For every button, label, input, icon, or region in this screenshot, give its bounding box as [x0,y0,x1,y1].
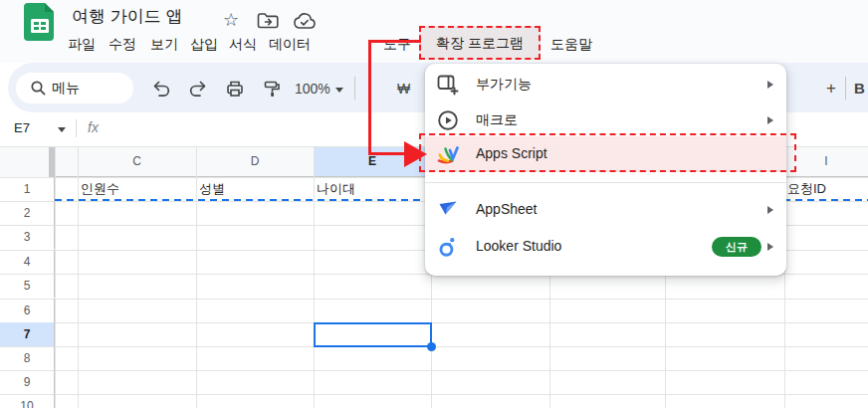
dropdown-item-looker-studio[interactable]: Looker Studio 신규 [425,229,786,265]
row-header-3[interactable]: 3 [0,225,55,249]
column-header-i[interactable]: I [784,147,868,176]
menu-extensions[interactable]: 확장 프로그램 [419,26,541,60]
annotation-apps-script-box [419,133,796,172]
star-icon[interactable]: ☆ [223,9,239,31]
sheets-logo-icon[interactable] [22,3,58,41]
menu-insert[interactable]: 삽입 [188,31,220,57]
submenu-arrow-icon [767,116,773,124]
dropdown-item-label: Looker Studio [476,238,561,254]
row-header-7[interactable]: 7 [0,322,55,346]
dropdown-item-label: AppSheet [476,201,538,217]
bold-button[interactable]: B [854,80,865,97]
redo-icon[interactable] [188,79,208,99]
row-header-10[interactable]: 10 [0,394,55,408]
dropdown-item-appsheet[interactable]: AppSheet [425,192,786,228]
search-icon [30,80,47,97]
submenu-arrow-icon [767,81,773,89]
column-header-c[interactable]: C [78,147,196,176]
menu-edit[interactable]: 수정 [107,31,138,57]
toolbar-divider-right [845,77,846,100]
add-button[interactable]: + [826,79,836,99]
gridline [78,147,79,408]
row-header-1[interactable]: 1 [0,177,55,201]
new-badge: 신규 [712,237,761,257]
cell-c1[interactable]: 인원수 [81,177,119,201]
annotation-line [368,40,371,155]
menu-format[interactable]: 서식 [227,31,259,57]
row-header-8[interactable]: 8 [0,346,55,370]
menu-tools[interactable]: 도구 [381,31,413,57]
gridline [0,299,868,300]
zoom-value[interactable]: 100% [295,81,330,97]
corner-edge [49,147,54,177]
formula-bar-divider [76,119,77,137]
fill-handle[interactable] [427,342,436,351]
macro-play-icon [437,109,461,131]
dropdown-item-addons[interactable]: 부가기능 [425,67,786,102]
column-header-d[interactable]: D [196,147,314,176]
addon-icon [437,74,461,96]
row-header-9[interactable]: 9 [0,370,55,394]
annotation-line [368,40,421,43]
search-placeholder: 메뉴 [52,80,80,98]
cell-d1[interactable]: 성별 [199,177,225,201]
gridline [0,394,868,395]
zoom-caret-icon[interactable] [335,88,343,93]
selected-cell-e7[interactable] [314,322,432,347]
gridline [314,147,315,408]
gridline [196,147,197,408]
annotation-line [368,152,408,155]
gridline [55,147,56,408]
dropdown-item-label: 매크로 [476,111,518,129]
menu-file[interactable]: 파일 [66,31,98,57]
name-box[interactable]: E7 [14,120,30,135]
looker-studio-icon [437,236,461,258]
undo-icon[interactable] [151,79,171,99]
dropdown-separator [425,182,786,183]
row-header-2[interactable]: 2 [0,201,55,225]
print-icon[interactable] [225,79,245,99]
submenu-arrow-icon [767,243,773,251]
toolbar-divider [354,77,355,100]
cell-i1[interactable]: 요청ID [787,177,868,201]
document-title[interactable]: 여행 가이드 앱 [72,5,182,28]
select-all-corner[interactable] [0,147,55,177]
cell-e1[interactable]: 나이대 [317,177,355,201]
paint-format-icon[interactable] [262,79,282,99]
row-header-5[interactable]: 5 [0,274,55,298]
menu-data[interactable]: 데이터 [267,31,313,57]
move-folder-icon[interactable] [257,13,279,29]
appsheet-icon [437,199,461,221]
currency-format-button[interactable]: ₩ [397,81,410,97]
fx-label: fx [88,119,99,135]
menu-help[interactable]: 도움말 [548,31,594,57]
row-header-4[interactable]: 4 [0,250,55,274]
column-header-b[interactable] [55,147,78,176]
google-sheets-window: 여행 가이드 앱 ☆ 파일 수정 보기 삽입 서식 데이터 도구 확장 프로그램… [0,0,868,408]
dropdown-item-label: 부가기능 [476,76,532,94]
row-header-6[interactable]: 6 [0,299,55,322]
name-box-caret-icon[interactable] [58,127,66,132]
submenu-arrow-icon [767,206,773,214]
menu-view[interactable]: 보기 [148,31,180,57]
gridline [0,370,868,371]
gridline [0,322,868,323]
cloud-status-icon[interactable] [293,13,317,30]
